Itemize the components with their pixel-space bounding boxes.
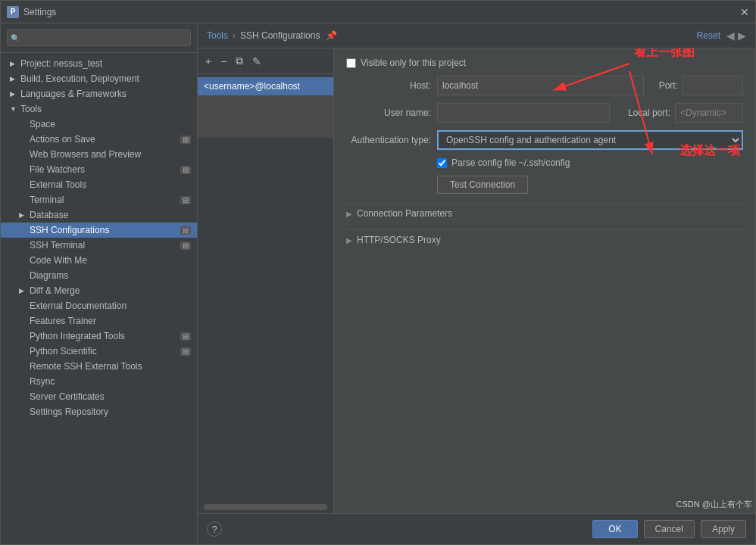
remove-config-button[interactable]: −	[217, 54, 230, 69]
test-row: Test Connection	[346, 176, 743, 194]
port-label: Port:	[651, 80, 678, 91]
ssh-toolbar: + − ⧉ ✎	[198, 48, 333, 74]
arrow-icon: ▶	[19, 287, 27, 294]
ok-button[interactable]: OK	[592, 520, 637, 538]
ssh-content: + − ⧉ ✎ <username>@localhost	[198, 48, 755, 513]
sidebar-item-servercert[interactable]: Server Certificates	[1, 389, 197, 404]
sidebar-item-pythontools[interactable]: Python Integrated Tools ⊞	[1, 329, 197, 344]
sidebar-item-web[interactable]: Web Browsers and Preview	[1, 147, 197, 162]
arrow-icon: ▶	[19, 211, 27, 219]
visible-only-checkbox[interactable]	[346, 58, 356, 68]
scrollbar[interactable]	[204, 504, 327, 510]
search-wrapper	[7, 30, 191, 46]
main-header: Tools › SSH Configurations 📌 Reset ◀ ▶	[198, 23, 755, 48]
nav-back-arrow[interactable]: ◀	[726, 30, 735, 42]
edit-config-button[interactable]: ✎	[249, 54, 264, 69]
sidebar-item-diagrams[interactable]: Diagrams	[1, 268, 197, 283]
badge: ⊞	[180, 332, 191, 341]
sidebar-item-languages[interactable]: ▶ Languages & Frameworks	[1, 86, 197, 101]
main-content: ▶ Project: nessus_test ▶ Build, Executio…	[1, 23, 755, 544]
watermark: CSDN @山上有个车	[676, 499, 752, 510]
add-config-button[interactable]: +	[202, 54, 214, 69]
host-label: Host:	[346, 80, 437, 91]
search-box	[1, 23, 197, 53]
auth-select[interactable]: OpenSSH config and authentication agent …	[437, 130, 743, 150]
bottom-bar: ? OK Cancel Apply	[198, 513, 755, 544]
host-row: Host: Port:	[346, 76, 743, 95]
sidebar-item-features[interactable]: Features Trainer	[1, 313, 197, 329]
sidebar-item-filewatcher[interactable]: File Watchers ⊞	[1, 162, 197, 177]
window-title: Settings	[23, 7, 56, 17]
ssh-list-item-blurred2[interactable]	[198, 117, 333, 138]
visible-only-row: Visible only for this project	[346, 58, 743, 68]
badge: ⊞	[180, 347, 191, 356]
sidebar-item-project[interactable]: ▶ Project: nessus_test	[1, 56, 197, 71]
connection-params-section[interactable]: ▶ Connection Parameters	[346, 203, 743, 223]
ssh-form: 看上一张图 选择这一项	[334, 48, 755, 513]
settings-window: P Settings ✕ ▶ Project: nessus_test ▶	[0, 0, 756, 545]
ssh-list-item-localhost[interactable]: <username>@localhost	[198, 77, 333, 95]
sidebar-item-actions[interactable]: Actions on Save ⊞	[1, 132, 197, 147]
arrow-icon: ▶	[10, 90, 17, 98]
badge: ⊞	[180, 196, 191, 204]
arrow-icon: ▼	[10, 105, 17, 113]
breadcrumb-current: SSH Configurations	[240, 30, 320, 41]
arrow-icon: ▶	[10, 60, 17, 67]
host-input[interactable]	[437, 76, 644, 95]
sidebar-item-rsync[interactable]: Rsync	[1, 374, 197, 389]
sidebar-item-database[interactable]: ▶ Database	[1, 207, 197, 223]
sidebar-item-pythonsci[interactable]: Python Scientific ⊞	[1, 344, 197, 359]
auth-label: Authentication type:	[346, 135, 437, 145]
main-panel: Tools › SSH Configurations 📌 Reset ◀ ▶ +	[198, 23, 755, 544]
localport-input[interactable]: <Dynamic>	[675, 103, 743, 123]
test-connection-button[interactable]: Test Connection	[437, 176, 528, 194]
breadcrumb-root[interactable]: Tools	[207, 30, 228, 41]
sidebar-item-space[interactable]: Space	[1, 117, 197, 132]
badge: ⊞	[180, 135, 191, 144]
sidebar-item-remotessh[interactable]: Remote SSH External Tools	[1, 359, 197, 374]
ssh-list-panel: + − ⧉ ✎ <username>@localhost	[198, 48, 334, 513]
parse-label: Parse config file ~/.ssh/config	[451, 157, 570, 168]
reset-button[interactable]: Reset	[697, 30, 720, 41]
chevron-right-icon: ▶	[346, 236, 352, 244]
sidebar: ▶ Project: nessus_test ▶ Build, Executio…	[1, 23, 198, 544]
sidebar-item-extdoc[interactable]: External Documentation	[1, 298, 197, 313]
breadcrumb-separator: ›	[233, 30, 236, 41]
sidebar-item-settingsrepo[interactable]: Settings Repository	[1, 404, 197, 419]
connection-params-label: Connection Parameters	[357, 208, 452, 219]
help-button[interactable]: ?	[207, 522, 222, 537]
close-button[interactable]: ✕	[740, 6, 749, 18]
sidebar-item-terminal[interactable]: Terminal ⊞	[1, 192, 197, 207]
ssh-list-item-blurred1[interactable]	[198, 95, 333, 117]
search-input[interactable]	[7, 30, 191, 46]
copy-config-button[interactable]: ⧉	[233, 53, 246, 69]
sidebar-item-tools[interactable]: ▼ Tools	[1, 101, 197, 117]
chevron-right-icon: ▶	[346, 210, 352, 218]
badge: ⊞	[180, 226, 191, 235]
http-socks-section[interactable]: ▶ HTTP/SOCKS Proxy	[346, 229, 743, 250]
sidebar-item-sshterminal[interactable]: SSH Terminal ⊞	[1, 238, 197, 253]
username-input[interactable]	[437, 103, 610, 123]
app-icon: P	[7, 6, 19, 18]
auth-row: Authentication type: OpenSSH config and …	[346, 130, 743, 150]
badge: ⊞	[180, 241, 191, 250]
cancel-button[interactable]: Cancel	[644, 520, 695, 538]
ssh-list: <username>@localhost	[198, 74, 333, 501]
apply-button[interactable]: Apply	[701, 520, 746, 538]
parse-config-checkbox[interactable]	[437, 158, 447, 168]
nav-forward-arrow[interactable]: ▶	[738, 30, 746, 42]
sidebar-item-diffmerge[interactable]: ▶ Diff & Merge	[1, 283, 197, 298]
port-input[interactable]	[683, 76, 743, 95]
sidebar-item-build[interactable]: ▶ Build, Execution, Deployment	[1, 71, 197, 86]
nav-arrows: ◀ ▶	[726, 30, 746, 42]
pin-icon[interactable]: 📌	[326, 30, 337, 41]
breadcrumb: Tools › SSH Configurations 📌	[207, 30, 697, 41]
username-label: User name:	[346, 107, 437, 118]
sidebar-item-ssh[interactable]: SSH Configurations ⊞	[1, 223, 197, 238]
visible-only-label: Visible only for this project	[361, 58, 466, 68]
arrow-icon: ▶	[10, 75, 17, 83]
parse-row: Parse config file ~/.ssh/config	[437, 157, 743, 168]
sidebar-item-codewithme[interactable]: Code With Me	[1, 253, 197, 268]
localport-label: Local port:	[617, 107, 670, 118]
sidebar-item-external[interactable]: External Tools	[1, 177, 197, 192]
